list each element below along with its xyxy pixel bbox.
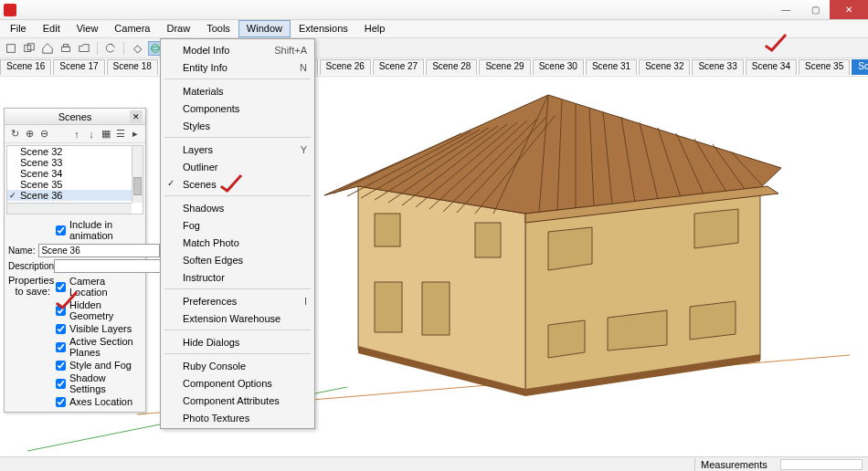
- scrollbar-vertical[interactable]: [132, 146, 143, 203]
- list-item[interactable]: ✓Scene 36: [7, 190, 143, 201]
- include-label: Include in animation: [69, 219, 142, 241]
- scene-tab[interactable]: Scene 27: [373, 59, 424, 75]
- scene-tab[interactable]: Scene 32: [639, 59, 690, 75]
- house-icon[interactable]: [40, 41, 55, 56]
- property-label: Style and Fog: [69, 360, 132, 371]
- list-item[interactable]: Scene 33: [7, 157, 143, 168]
- tool-1-icon[interactable]: ◇: [130, 41, 144, 56]
- scene-tab[interactable]: Scene 31: [586, 59, 637, 75]
- shape-1-icon[interactable]: [4, 41, 18, 56]
- menu-view[interactable]: View: [69, 20, 107, 37]
- menu-item-outliner[interactable]: Outliner: [163, 158, 312, 175]
- scene-tab[interactable]: Scene 17: [53, 59, 104, 75]
- menu-item-soften-edges[interactable]: Soften Edges: [163, 251, 312, 268]
- menu-item-label: Styles: [183, 120, 210, 131]
- scene-tab[interactable]: Scene 36: [852, 59, 868, 75]
- shape-2-icon[interactable]: [22, 41, 37, 56]
- measurements-label: Measurements: [701, 459, 767, 470]
- svg-rect-3: [62, 47, 70, 51]
- menu-item-label: Component Options: [183, 378, 272, 389]
- property-checkbox[interactable]: [56, 361, 66, 371]
- menu-item-label: Component Attributes: [183, 395, 280, 406]
- menu-item-fog[interactable]: Fog: [163, 216, 312, 234]
- menu-item-ruby-console[interactable]: Ruby Console: [163, 357, 312, 374]
- menu-item-layers[interactable]: LayersY: [163, 141, 312, 158]
- property-label: Visible Layers: [69, 323, 132, 334]
- property-checkbox[interactable]: [56, 282, 66, 292]
- scenes-list[interactable]: Scene 32Scene 33Scene 34Scene 35✓Scene 3…: [6, 145, 143, 215]
- menu-edit[interactable]: Edit: [35, 20, 69, 37]
- details-icon[interactable]: ☰: [114, 128, 127, 141]
- property-checkbox[interactable]: [56, 324, 66, 334]
- menu-item-extension-warehouse[interactable]: Extension Warehouse: [163, 309, 312, 327]
- menu-item-materials[interactable]: Materials: [163, 82, 312, 99]
- menu-item-styles[interactable]: Styles: [163, 117, 312, 134]
- menu-item-entity-info[interactable]: Entity InfoN: [163, 58, 312, 76]
- props-label: Properties: [8, 275, 50, 286]
- menu-tools[interactable]: Tools: [198, 20, 238, 37]
- menu-item-instructor[interactable]: Instructor: [163, 268, 312, 286]
- menu-item-label: Scenes: [183, 179, 217, 190]
- refresh-icon[interactable]: ↻: [8, 128, 21, 141]
- menu-item-shadows[interactable]: Shadows: [163, 199, 312, 216]
- scenes-panel-title[interactable]: Scenes ✕: [5, 109, 145, 125]
- scene-tab[interactable]: Scene 18: [107, 59, 158, 75]
- scrollbar-horizontal[interactable]: [7, 203, 132, 214]
- menu-draw[interactable]: Draw: [158, 20, 198, 37]
- annotation-check-2: [217, 173, 247, 200]
- undo-icon[interactable]: [103, 41, 118, 56]
- maximize-button[interactable]: ▢: [800, 0, 830, 19]
- menu-icon[interactable]: ▸: [129, 128, 142, 141]
- menu-file[interactable]: File: [2, 20, 35, 37]
- list-item-label: Scene 32: [20, 146, 62, 157]
- menu-help[interactable]: Help: [356, 20, 394, 37]
- list-item[interactable]: Scene 35: [7, 179, 143, 190]
- property-checkbox[interactable]: [56, 379, 66, 389]
- scenes-panel-close-icon[interactable]: ✕: [130, 110, 143, 123]
- scene-tab[interactable]: Scene 16: [0, 59, 51, 75]
- annotation-check-3: [762, 33, 791, 59]
- list-item-label: Scene 33: [20, 157, 62, 168]
- close-button[interactable]: ✕: [830, 0, 868, 19]
- description-field[interactable]: [54, 259, 175, 273]
- view-icon[interactable]: ▦: [100, 128, 112, 141]
- menu-item-preferences[interactable]: PreferencesI: [163, 292, 312, 309]
- menu-item-component-options[interactable]: Component Options: [163, 374, 312, 392]
- menu-camera[interactable]: Camera: [106, 20, 158, 37]
- add-icon[interactable]: ⊕: [23, 128, 36, 141]
- list-item[interactable]: Scene 34: [7, 168, 143, 179]
- move-down-icon[interactable]: ↓: [85, 128, 98, 141]
- menu-item-components[interactable]: Components: [163, 99, 312, 117]
- scene-tab[interactable]: Scene 35: [799, 59, 850, 75]
- check-icon: ✓: [167, 178, 175, 188]
- window-menu-dropdown: Model InfoShift+AEntity InfoNMaterialsCo…: [160, 38, 315, 429]
- scene-tab[interactable]: Scene 29: [479, 59, 530, 75]
- folder-icon[interactable]: [77, 41, 91, 56]
- list-item[interactable]: Scene 32: [7, 146, 143, 157]
- app-icon: [4, 4, 16, 16]
- menu-window[interactable]: Window: [238, 20, 291, 37]
- measurements-input[interactable]: [780, 459, 863, 470]
- move-up-icon[interactable]: ↑: [70, 128, 83, 141]
- scene-tab[interactable]: Scene 30: [533, 59, 584, 75]
- titlebar: — ▢ ✕: [0, 0, 868, 20]
- scene-tab[interactable]: Scene 28: [426, 59, 477, 75]
- property-checkbox[interactable]: [56, 342, 66, 352]
- menu-item-photo-textures[interactable]: Photo Textures: [163, 409, 312, 426]
- menu-item-hide-dialogs[interactable]: Hide Dialogs: [163, 333, 312, 351]
- menu-extensions[interactable]: Extensions: [291, 20, 356, 37]
- name-label: Name:: [8, 246, 38, 256]
- menu-item-label: Model Info: [183, 45, 229, 56]
- menu-item-model-info[interactable]: Model InfoShift+A: [163, 41, 312, 58]
- name-field[interactable]: [38, 244, 160, 257]
- property-checkbox[interactable]: [56, 397, 66, 407]
- scene-tab[interactable]: Scene 34: [746, 59, 797, 75]
- remove-icon[interactable]: ⊖: [37, 128, 50, 141]
- menu-item-component-attributes[interactable]: Component Attributes: [163, 392, 312, 409]
- include-in-animation-checkbox[interactable]: [56, 225, 66, 236]
- menu-item-match-photo[interactable]: Match Photo: [163, 234, 312, 251]
- scene-tab[interactable]: Scene 33: [692, 59, 743, 75]
- minimize-button[interactable]: —: [771, 0, 800, 19]
- print-icon[interactable]: [58, 41, 73, 56]
- scene-tab[interactable]: Scene 26: [320, 59, 371, 75]
